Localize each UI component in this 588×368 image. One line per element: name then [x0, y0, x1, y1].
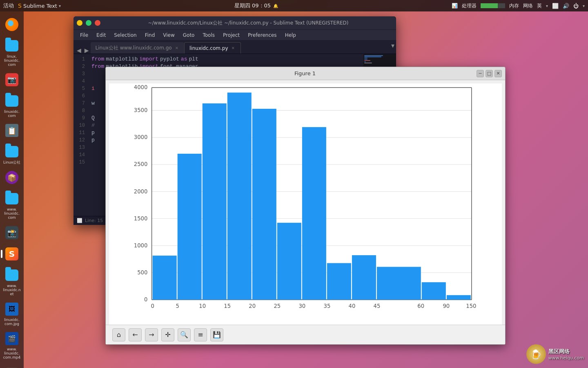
line-num-9: 9: [74, 114, 88, 122]
menu-edit[interactable]: Edit: [93, 31, 109, 39]
menu-tools[interactable]: Tools: [199, 31, 218, 39]
toolbar-home-button[interactable]: ⌂: [112, 328, 125, 341]
tab-1[interactable]: linuxidc.com.py ✕: [184, 42, 241, 54]
folder1-icon[interactable]: [3, 37, 20, 54]
tab-dropdown-button[interactable]: ▾: [391, 42, 394, 49]
menu-project[interactable]: Project: [220, 31, 243, 39]
menu-help[interactable]: Help: [282, 31, 299, 39]
figure-maximize-button[interactable]: □: [486, 70, 493, 77]
dock-item-install[interactable]: 📦: [1, 168, 23, 187]
dock-item-folder4[interactable]: www.linuxidc.com: [1, 189, 23, 221]
trash-icon[interactable]: 🗑: [3, 366, 20, 368]
toolbar-subplots-button[interactable]: ≡: [194, 328, 207, 341]
settings-arrow-icon[interactable]: ▾: [583, 4, 585, 8]
svg-text:1500: 1500: [134, 215, 148, 222]
power-icon[interactable]: ⏻: [573, 3, 579, 9]
folder5-icon[interactable]: [3, 267, 20, 284]
app-indicator[interactable]: S Sublime Text ▾: [18, 2, 61, 9]
dock-item-notepad[interactable]: 📋: [1, 121, 23, 140]
svg-text:30: 30: [298, 303, 305, 309]
tab-0-close[interactable]: ✕: [174, 45, 179, 51]
install-icon[interactable]: 📦: [3, 169, 20, 186]
menu-goto[interactable]: Goto: [180, 31, 198, 39]
svg-text:20: 20: [249, 303, 256, 309]
dock-item-firefox[interactable]: [1, 15, 23, 34]
line-num-10: 10: [74, 122, 88, 129]
sublime-icon: S: [18, 2, 22, 9]
menu-view[interactable]: View: [160, 31, 178, 39]
figure-close-button[interactable]: ✕: [494, 70, 502, 77]
window-close-button[interactable]: [95, 20, 100, 26]
window-minimize-button[interactable]: [77, 20, 82, 26]
folder2-icon[interactable]: [3, 92, 20, 110]
app-arrow-icon: ▾: [59, 4, 61, 8]
bar-35-40: [327, 263, 351, 300]
top-bar-right: 📊 处理器 内存 网络 英 ▾ ⬜ 🔊 ⏻ ▾: [452, 2, 585, 9]
figure-minimize-button[interactable]: ─: [477, 70, 484, 77]
menu-find[interactable]: Find: [142, 31, 158, 39]
tab-0[interactable]: Linux公社 www.linuxidc.com.go ✕: [91, 42, 184, 54]
screen-icon[interactable]: ⬜: [552, 3, 559, 9]
figure-chart: 0 500 1000 1500 2000 2500 3000: [109, 83, 502, 325]
minimap-line-1: [364, 55, 383, 56]
datetime-label: 星期四 09：05: [234, 2, 271, 9]
window-maximize-button[interactable]: [86, 20, 91, 26]
svg-text:2500: 2500: [134, 161, 148, 167]
dock-item-imagefile[interactable]: 🖼 linuxidc.com.jpg: [1, 299, 23, 328]
menu-file[interactable]: File: [77, 31, 91, 39]
folder1-label: linux.linuxidc.com: [4, 55, 20, 67]
line-num-5: 5: [74, 85, 88, 92]
sublime-app-icon: S: [5, 247, 18, 260]
dock-item-folder3[interactable]: Linux公社: [1, 142, 23, 166]
toolbar-forward-button[interactable]: →: [145, 328, 158, 341]
dock-item-folder2[interactable]: linuxidc.com: [1, 91, 23, 119]
firefox-icon[interactable]: [3, 16, 20, 33]
menu-selection[interactable]: Selection: [111, 31, 140, 39]
tab-0-label: Linux公社 www.linuxidc.com.go: [96, 45, 172, 52]
dock-item-folder1[interactable]: linux.linuxidc.com: [1, 36, 23, 68]
videofile-label: www.linuxidc.com.mp4: [3, 348, 20, 360]
lang-arrow-icon: ▾: [546, 4, 548, 8]
tab-nav-prev[interactable]: ◀: [75, 47, 83, 54]
svg-text:3500: 3500: [134, 107, 148, 113]
watermark-logo: 🍺: [526, 344, 546, 364]
kw-from-1: from: [91, 56, 104, 63]
tab-nav-next[interactable]: ▶: [83, 47, 91, 54]
minimap-line-7: [364, 63, 372, 63]
dock-item-folder5[interactable]: www.linuxidc.net: [1, 265, 23, 298]
toolbar-pan-button[interactable]: ✛: [161, 328, 174, 341]
dock: linux.linuxidc.com 📷 linuxidc.com 📋 Linu…: [0, 11, 24, 368]
toolbar-back-button[interactable]: ←: [129, 328, 142, 341]
menu-preferences[interactable]: Preferences: [245, 31, 280, 39]
tab-1-close[interactable]: ✕: [231, 45, 236, 51]
toolbar-zoom-button[interactable]: 🔍: [178, 328, 191, 341]
folder3-icon[interactable]: [3, 143, 20, 160]
dock-item-screenshot[interactable]: 📷: [1, 70, 23, 90]
folder5-folder-icon: [5, 269, 18, 281]
imagefile-icon[interactable]: 🖼: [3, 301, 20, 318]
watermark-site-name: 黑区网络: [548, 348, 584, 355]
svg-text:10: 10: [199, 303, 206, 309]
dock-item-trash[interactable]: 🗑 回收站: [1, 364, 23, 368]
sound-icon[interactable]: 🔊: [563, 3, 569, 9]
folder2-label: linuxidc.com: [4, 110, 20, 118]
x-axis-labels: 0 5 10 15 20 25 30 35 40 45 60 90 150: [151, 303, 476, 309]
sublime-dock-icon[interactable]: S: [3, 245, 20, 263]
activities-label[interactable]: 活动: [3, 2, 14, 9]
dock-item-camera[interactable]: 📸: [1, 223, 23, 242]
line-num-11: 11: [74, 129, 88, 137]
toolbar-save-button[interactable]: 💾: [210, 328, 223, 341]
dock-item-videofile[interactable]: 🎬 www.linuxidc.com.mp4: [1, 329, 23, 361]
screenshot-icon[interactable]: 📷: [3, 71, 20, 88]
window-title: ~/www.linuxidc.com/Linux公社 ~/linuxidc.co…: [104, 20, 393, 27]
camera-icon[interactable]: 📸: [3, 224, 20, 241]
notepad-icon[interactable]: 📋: [3, 122, 20, 139]
mem-label: 内存: [509, 2, 519, 9]
folder1-folder-icon: [5, 40, 18, 52]
videofile-icon[interactable]: 🎬: [3, 330, 20, 347]
folder4-icon[interactable]: [3, 190, 20, 207]
lang-label[interactable]: 英: [537, 2, 542, 9]
folder2-folder-icon: [5, 95, 18, 107]
svg-text:40: 40: [349, 303, 356, 309]
dock-item-sublime[interactable]: S: [1, 244, 23, 264]
